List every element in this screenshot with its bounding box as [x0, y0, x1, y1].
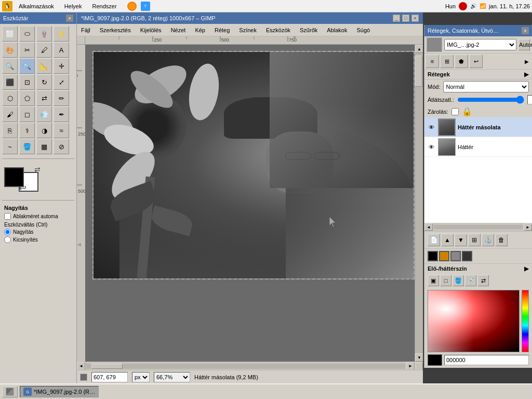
move-layer-up-button[interactable]: ▲ [441, 234, 454, 246]
taskbar-show-desktop-button[interactable] [2, 386, 18, 397]
blur-sharpen-tool[interactable]: ~ [2, 139, 18, 154]
firefox-icon[interactable] [127, 2, 137, 11]
menu-filters[interactable]: Szűrők [298, 26, 320, 34]
window-max-button[interactable]: □ [402, 15, 409, 22]
menu-select[interactable]: Kijelölés [138, 26, 164, 34]
move-layer-down-button[interactable]: ▼ [455, 234, 467, 246]
menu-edit[interactable]: Szerkesztés [98, 26, 133, 34]
clone-tool[interactable]: ⎘ [2, 123, 18, 138]
zoom-tool active[interactable]: 🔍 [19, 58, 35, 74]
airbrush-tool[interactable]: 💨 [36, 107, 52, 122]
menu-colors[interactable]: Színek [237, 26, 259, 34]
crop-tool[interactable]: ⊡ [19, 74, 35, 90]
scissors-tool[interactable]: ✂ [19, 42, 35, 58]
window-close-button[interactable]: × [411, 15, 419, 22]
scrollbar-track-h[interactable] [86, 364, 405, 369]
tab-layers[interactable]: ≡ [425, 55, 439, 68]
power-icon[interactable] [459, 2, 467, 10]
scrollbar-thumb-h[interactable] [91, 364, 123, 369]
tab-channels[interactable]: ⊞ [440, 55, 454, 68]
smudge-tool[interactable]: ≈ [54, 123, 69, 138]
tab-undo[interactable]: ↩ [469, 55, 483, 68]
blend-tool[interactable]: ▦ [36, 139, 52, 154]
layers-panel-close-button[interactable]: × [522, 27, 529, 34]
lock-checkbox[interactable] [451, 108, 459, 115]
fuzzy-select-tool[interactable]: ⚡ [54, 26, 69, 42]
image-dropdown[interactable]: IMG_…jpg-2 [444, 39, 516, 50]
menu-image[interactable]: Kép [193, 26, 207, 34]
rect-select-tool[interactable]: ⬜ [2, 26, 18, 42]
scale-tool[interactable]: ⤢ [54, 74, 69, 90]
layers-auto-button[interactable]: Automatikus [518, 39, 530, 50]
eraser-tool[interactable]: ◻ [19, 107, 35, 122]
color-preview[interactable] [428, 354, 442, 366]
colorpicker-tool[interactable]: 🔍 [2, 58, 18, 74]
zoom-out-radio[interactable] [4, 236, 11, 243]
volume-icon[interactable]: 🔊 [470, 3, 476, 9]
zoom-in-radio[interactable] [4, 229, 11, 235]
lasso-tool[interactable]: 🪢 [36, 26, 52, 42]
layers-scroll-right[interactable]: ► [524, 223, 532, 231]
auto-window-checkbox[interactable] [4, 213, 11, 220]
new-layer-from-visible-button[interactable]: 📄 [428, 234, 440, 246]
layers-scroll-left[interactable]: ◄ [424, 223, 433, 231]
layers-scrollbar[interactable]: ◄ ► [424, 223, 532, 231]
perspective-tool[interactable]: ⬠ [19, 90, 35, 106]
by-color-select-tool[interactable]: 🎨 [2, 42, 18, 58]
menu-layer[interactable]: Réteg [212, 26, 232, 34]
menu-help[interactable]: Súgó [354, 26, 372, 34]
scrollbar-thumb-v[interactable] [415, 56, 422, 87]
dodge-burn-tool[interactable]: ◑ [36, 123, 52, 138]
scrollbar-up-button[interactable]: ▲ [415, 45, 423, 53]
layer-1-visibility-toggle[interactable]: 👁 [427, 123, 436, 132]
paths-tool[interactable]: 🖊 [36, 42, 52, 58]
help-icon[interactable]: ? [141, 2, 150, 11]
menu-applications[interactable]: Alkalmazások [17, 2, 56, 10]
taskbar-gimp-button[interactable]: G *IMG_9097.jpg-2.0 (R… [20, 386, 99, 397]
network-icon[interactable]: 📶 [480, 3, 486, 9]
vertical-scrollbar[interactable]: ▲ ▼ [415, 45, 423, 362]
window-min-button[interactable]: _ [393, 15, 400, 22]
menu-windows[interactable]: Ablakok [325, 26, 349, 34]
move-tool[interactable]: ✛ [54, 58, 69, 74]
color-picker-button[interactable]: 💉 [465, 275, 476, 286]
color-swatch-dark[interactable] [462, 251, 472, 261]
color-hex-input[interactable]: 000000 [444, 355, 529, 365]
color-swatch-gray[interactable] [450, 251, 461, 261]
zoom-select[interactable]: 66,7% [154, 372, 190, 382]
menu-file[interactable]: Fájl [79, 26, 92, 34]
layers-expand-button[interactable]: ▶ [523, 55, 531, 68]
swap-colors-icon[interactable]: ⇄ [34, 165, 41, 174]
scrollbar-left-button[interactable]: ◄ [77, 362, 85, 370]
toolbox-close-button[interactable]: × [66, 15, 73, 22]
paintbrush-tool[interactable]: 🖌 [2, 107, 18, 122]
ink-tool[interactable]: ✒ [54, 107, 69, 122]
unit-select[interactable]: px [132, 372, 150, 382]
tab-paths[interactable]: ⬟ [455, 55, 468, 68]
flip-tool[interactable]: ⇄ [36, 90, 52, 106]
color-swatch-orange[interactable] [439, 251, 449, 261]
paint-bucket-button[interactable]: 🪣 [453, 275, 464, 286]
foreground-select-tool[interactable]: ⊘ [54, 139, 69, 154]
ellipse-select-tool[interactable]: ⬭ [19, 26, 35, 42]
fg-bg-expand-button[interactable]: ▶ [524, 265, 529, 272]
align-tool[interactable]: ⬛ [2, 74, 18, 90]
color-swatch-black[interactable] [428, 251, 438, 261]
opacity-slider[interactable] [457, 96, 524, 103]
bucket-fill-tool[interactable]: 🪣 [19, 139, 35, 154]
pencil-tool[interactable]: ✏ [54, 90, 69, 106]
menu-tools[interactable]: Eszközök [264, 26, 292, 34]
scrollbar-down-button[interactable]: ▼ [415, 353, 423, 362]
measure-tool[interactable]: 📐 [36, 58, 52, 74]
mode-select[interactable]: Normál [443, 81, 529, 92]
text-tool[interactable]: A [54, 42, 69, 58]
hue-slider[interactable] [522, 290, 529, 352]
layer-2-visibility-toggle[interactable]: 👁 [427, 142, 436, 152]
anchor-layer-button[interactable]: ⚓ [482, 234, 494, 246]
opacity-value-input[interactable] [527, 95, 532, 104]
layer-item-2[interactable]: 👁 Háttér [424, 137, 532, 157]
layer-item-1[interactable]: 👁 Háttér másolata [424, 117, 532, 137]
canvas-viewport[interactable] [85, 45, 415, 362]
horizontal-scrollbar[interactable]: ◄ ► [77, 362, 423, 370]
lock-icon[interactable]: 🔒 [462, 107, 472, 116]
